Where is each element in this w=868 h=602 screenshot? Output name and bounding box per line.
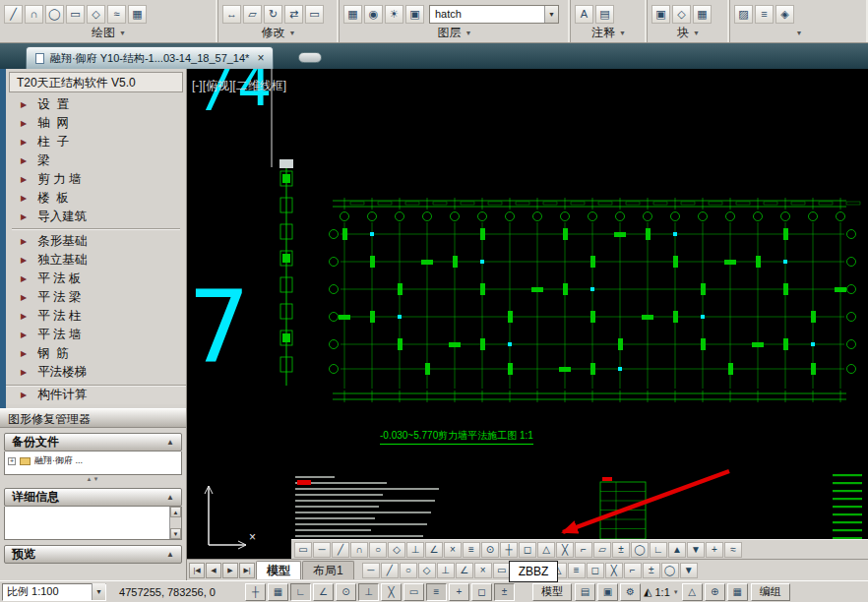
t20-menu-item[interactable]: ▶ 平 法 板 bbox=[6, 270, 186, 288]
osnap-toolbar-icon[interactable]: ▭ bbox=[294, 542, 312, 558]
toolbar-icon[interactable]: ∠ bbox=[456, 563, 473, 578]
status-toggle-button[interactable]: ± bbox=[494, 583, 515, 601]
osnap-toolbar-icon[interactable]: ⊙ bbox=[481, 542, 499, 558]
block-tool-icon[interactable]: ▣ bbox=[651, 5, 670, 24]
draw-tool-icon[interactable]: ≈ bbox=[107, 5, 126, 24]
modify-tool-icon[interactable]: ↻ bbox=[264, 5, 282, 24]
status-toggle-button[interactable]: ▦ bbox=[268, 583, 288, 601]
osnap-toolbar-icon[interactable]: ─ bbox=[313, 542, 331, 558]
status-icon-button[interactable]: ▦ bbox=[727, 583, 748, 601]
details-header[interactable]: 详细信息 ▲ bbox=[4, 488, 182, 507]
t20-menu-item[interactable]: ▶ 平 法 梁 bbox=[6, 288, 186, 307]
layer-combo[interactable]: hatch ▼ bbox=[429, 5, 559, 24]
status-icon-button[interactable]: ▣ bbox=[597, 583, 618, 601]
osnap-toolbar-icon[interactable]: ▱ bbox=[593, 542, 611, 558]
layer-state-icon[interactable]: ▦ bbox=[343, 5, 362, 24]
model-space-button[interactable]: 模型 bbox=[532, 583, 572, 601]
osnap-toolbar-icon[interactable]: + bbox=[706, 542, 723, 558]
draw-tool-icon[interactable]: ◯ bbox=[45, 5, 64, 24]
osnap-toolbar-icon[interactable]: ╳ bbox=[556, 542, 574, 558]
panel-label-draw[interactable]: 绘图 ▼ bbox=[0, 25, 217, 40]
toolbar-icon[interactable]: ≡ bbox=[568, 563, 586, 578]
toolbar-icon[interactable]: ◈ bbox=[775, 5, 794, 24]
toolbar-icon[interactable]: ○ bbox=[400, 563, 417, 578]
toolbar-icon[interactable]: ⌐ bbox=[624, 563, 642, 578]
tab-nav-button[interactable]: ◀ bbox=[206, 563, 221, 578]
chevron-down-icon[interactable]: ▼ bbox=[92, 583, 105, 600]
toolbar-icon[interactable]: ◻ bbox=[587, 563, 604, 578]
draw-tool-icon[interactable]: ◇ bbox=[87, 5, 105, 24]
viewport-controls[interactable]: [-][俯视][二维线框] bbox=[192, 78, 286, 94]
toolbar-icon[interactable]: ▭ bbox=[493, 563, 511, 578]
tab-model[interactable]: 模型 bbox=[256, 561, 301, 579]
collapse-icon[interactable]: ▲ bbox=[166, 438, 174, 447]
osnap-toolbar-icon[interactable]: ◇ bbox=[388, 542, 405, 558]
scale-combo[interactable]: 比例 1:100 ▼ bbox=[2, 583, 106, 601]
osnap-toolbar-icon[interactable]: ◯ bbox=[631, 542, 649, 558]
backup-tree-item[interactable]: + 融翔·御府 ... bbox=[5, 452, 181, 470]
osnap-toolbar-icon[interactable]: ≈ bbox=[724, 542, 742, 558]
scroll-up-icon[interactable]: ▲ bbox=[170, 507, 181, 517]
tree-expand-icon[interactable]: + bbox=[8, 457, 16, 465]
draw-tool-icon[interactable]: ╱ bbox=[4, 5, 23, 24]
chevron-down-icon[interactable]: ▼ bbox=[544, 6, 558, 23]
modify-tool-icon[interactable]: ▱ bbox=[243, 5, 262, 24]
status-toggle-button[interactable]: ┼ bbox=[245, 583, 266, 601]
osnap-toolbar-icon[interactable]: ╱ bbox=[332, 542, 349, 558]
t20-menu-item[interactable]: ▶ 平法楼梯 bbox=[6, 363, 186, 382]
panel-label-block[interactable]: 块 ▼ bbox=[648, 25, 729, 40]
panel-label-modify[interactable]: 修改 ▼ bbox=[218, 25, 339, 40]
group-button[interactable]: 编组 bbox=[751, 583, 790, 601]
preview-header[interactable]: 预览 ▲ bbox=[4, 545, 182, 564]
t20-menu-item[interactable]: ▶ 柱 子 bbox=[6, 133, 186, 151]
drawing-canvas[interactable]: [-][俯视][二维线框] /4 7 -0.030~5.770剪力墙平法施工图 … bbox=[187, 69, 868, 559]
t20-menu-item[interactable]: ▶ 剪 力 墙 bbox=[6, 170, 186, 189]
osnap-toolbar-icon[interactable]: ▲ bbox=[668, 542, 686, 558]
osnap-toolbar-icon[interactable]: ∠ bbox=[425, 542, 443, 558]
toolbar-icon[interactable]: ± bbox=[643, 563, 660, 578]
status-toggle-button[interactable]: ▭ bbox=[403, 583, 424, 601]
osnap-toolbar-icon[interactable]: ± bbox=[612, 542, 630, 558]
tab-nav-button[interactable]: ▶ bbox=[222, 563, 238, 578]
tab-nav-button[interactable]: |◀ bbox=[189, 563, 205, 578]
toolbar-icon[interactable]: ≡ bbox=[755, 5, 774, 24]
tab-nav-button[interactable]: ▶| bbox=[239, 563, 255, 578]
layer-state-icon[interactable]: ☀ bbox=[385, 5, 403, 24]
block-tool-icon[interactable]: ▦ bbox=[693, 5, 712, 24]
t20-menu-item[interactable]: ▶ 导入建筑 bbox=[6, 208, 186, 226]
status-toggle-button[interactable]: ◻ bbox=[471, 583, 492, 601]
draw-tool-icon[interactable]: ∩ bbox=[25, 5, 43, 24]
block-tool-icon[interactable]: ◇ bbox=[672, 5, 691, 24]
collapse-icon[interactable]: ▲ bbox=[166, 493, 174, 502]
annotation-scale-control[interactable]: ◭ 1:1 ▼ bbox=[644, 585, 679, 598]
scrollbar[interactable]: ▲ ▼ bbox=[169, 507, 181, 539]
status-toggle-button[interactable]: ≡ bbox=[426, 583, 447, 601]
layer-state-icon[interactable]: ▣ bbox=[405, 5, 424, 24]
status-toggle-button[interactable]: ╳ bbox=[381, 583, 402, 601]
osnap-toolbar-icon[interactable]: ≡ bbox=[463, 542, 480, 558]
panel-label-annotate[interactable]: 注释 ▼ bbox=[571, 25, 647, 40]
status-icon-button[interactable]: ▤ bbox=[575, 583, 595, 601]
status-toggle-button[interactable]: ∠ bbox=[313, 583, 334, 601]
splitter-grip[interactable]: ▲▼ bbox=[0, 475, 186, 483]
toolbar-icon[interactable]: ▨ bbox=[734, 5, 753, 24]
status-toggle-button[interactable]: ⊙ bbox=[336, 583, 356, 601]
modify-tool-icon[interactable]: ↔ bbox=[222, 5, 241, 24]
modify-tool-icon[interactable]: ⇄ bbox=[284, 5, 303, 24]
status-toggle-button[interactable]: ∟ bbox=[290, 583, 311, 601]
status-icon-button[interactable]: △ bbox=[682, 583, 703, 601]
status-icon-button[interactable]: ⚙ bbox=[620, 583, 641, 601]
status-icon-button[interactable]: ⊕ bbox=[705, 583, 725, 601]
t20-menu-item[interactable]: ▶ 钢 筋 bbox=[6, 344, 186, 363]
toolbar-icon[interactable]: ◯ bbox=[661, 563, 679, 578]
osnap-toolbar-icon[interactable]: × bbox=[444, 542, 462, 558]
annotate-tool-icon[interactable]: A bbox=[575, 5, 593, 24]
collapse-icon[interactable]: ▲ bbox=[166, 550, 174, 559]
t20-menu-item[interactable]: ▶ 设 置 bbox=[6, 95, 186, 114]
toolbar-icon[interactable]: ▼ bbox=[680, 563, 698, 578]
toolbar-icon[interactable]: ─ bbox=[362, 563, 380, 578]
close-icon[interactable]: × bbox=[255, 51, 264, 65]
toolbar-icon[interactable]: ◇ bbox=[418, 563, 436, 578]
osnap-toolbar-icon[interactable]: ∩ bbox=[350, 542, 368, 558]
t20-menu-item[interactable]: ▶ 独立基础 bbox=[6, 251, 186, 270]
